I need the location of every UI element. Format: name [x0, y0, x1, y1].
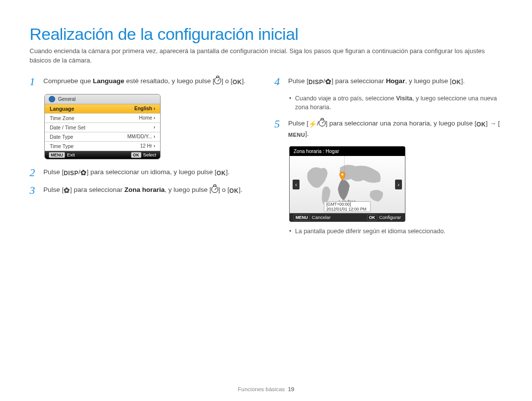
ok-badge: OK: [131, 152, 141, 158]
step-text: Pulse [⚡/] para seleccionar una zona hor…: [288, 119, 502, 139]
step-3: 3 Pulse [✿] para seleccionar Zona horari…: [30, 185, 258, 196]
disp-icon: DISP: [308, 78, 323, 87]
svg-point-2: [341, 174, 343, 176]
step-text: Pulse [DISP/✿] para seleccionar un idiom…: [43, 167, 230, 178]
ok-icon: OK: [229, 187, 238, 195]
lcd-row-timezone: Time Zone Home: [45, 114, 160, 123]
lcd-map-header: Zona horaria : Hogar: [290, 147, 405, 156]
disp-icon: DISP: [64, 169, 78, 178]
lcd-row-datetype: Date Type MM/DD/Y...: [45, 132, 160, 142]
step-5-note: La pantalla puede diferir según el idiom…: [289, 227, 502, 236]
ok-icon: OK: [233, 78, 242, 87]
intro-text: Cuando encienda la cámara por primera ve…: [30, 47, 502, 65]
timer-icon: [211, 186, 218, 193]
left-column: 1 Compruebe que Language esté resaltado,…: [30, 76, 258, 243]
lcd-row-language: Language English: [45, 104, 160, 114]
step-4-note: Cuando viaje a otro país, seleccione Vis…: [289, 94, 502, 112]
step-text: Compruebe que Language esté resaltado, y…: [43, 76, 246, 87]
menu-icon: MENU: [288, 131, 305, 139]
page-footer: Funciones básicas 19: [0, 386, 532, 392]
map-pin-icon: [339, 172, 346, 182]
map-gmt-label: [GMT+00:00] 2012/01/01 12:00 PM: [324, 201, 371, 212]
map-left-button[interactable]: ‹: [293, 180, 299, 189]
timer-icon: [214, 77, 221, 84]
gear-icon: [49, 96, 55, 102]
menu-badge: MENU: [49, 152, 65, 158]
step-number: 1: [30, 76, 39, 87]
lcd-map-area: ‹ Londres: [290, 156, 405, 213]
step-text: Pulse [✿] para seleccionar Zona horaria,…: [43, 185, 242, 196]
timer-icon: [319, 120, 326, 126]
step-number: 2: [30, 167, 39, 178]
ok-icon: OK: [216, 169, 226, 178]
step-1: 1 Compruebe que Language esté resaltado,…: [30, 76, 258, 87]
right-column: 4 Pulse [DISP/✿] para seleccionar Hogar,…: [274, 76, 502, 243]
lcd-map-footer: MENUCancelar OKConfigurar: [290, 213, 405, 221]
lcd-footer: MENUExit OKSelect: [45, 151, 160, 159]
step-2: 2 Pulse [DISP/✿] para seleccionar un idi…: [30, 167, 258, 178]
lcd-header: General: [45, 94, 160, 104]
ok-badge: OK: [367, 215, 377, 220]
lcd-row-timetype: Time Type 12 Hr: [45, 142, 160, 151]
lcd-row-datetime: Date / Time Set: [45, 123, 160, 132]
step-5: 5 Pulse [⚡/] para seleccionar una zona h…: [274, 119, 502, 139]
step-4: 4 Pulse [DISP/✿] para seleccionar Hogar,…: [274, 76, 502, 87]
step-text: Pulse [DISP/✿] para seleccionar Hogar, y…: [288, 76, 465, 87]
menu-badge: MENU: [294, 215, 310, 220]
world-map: Londres [GMT+00:00] 2012/01/01 12:00 PM: [300, 156, 394, 213]
ok-icon: OK: [476, 121, 486, 129]
map-right-button[interactable]: ›: [395, 180, 402, 189]
page-title: Realización de la configuración inicial: [30, 25, 502, 44]
lcd-general-settings: General Language English Time Zone Home …: [44, 94, 161, 159]
step-number: 4: [274, 76, 284, 87]
step-number: 5: [274, 119, 284, 139]
step-number: 3: [30, 185, 39, 196]
lcd-timezone-map: Zona horaria : Hogar ‹: [289, 146, 405, 222]
ok-icon: OK: [452, 78, 461, 87]
